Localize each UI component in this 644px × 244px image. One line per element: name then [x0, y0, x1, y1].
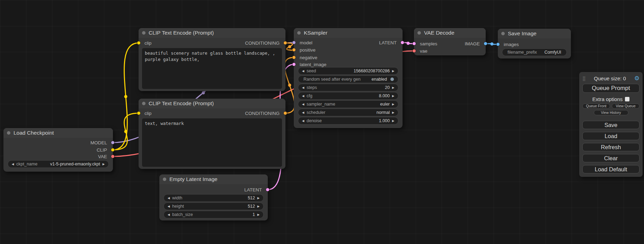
input-slot-vae[interactable]: vae — [414, 47, 486, 54]
queue-front-button[interactable]: Queue Front — [582, 103, 610, 109]
widget-height[interactable]: ◀ height 512 ▶ — [164, 202, 264, 210]
vae-input-dot[interactable] — [412, 49, 416, 53]
refresh-button[interactable]: Refresh — [582, 143, 639, 151]
output-slot-model[interactable]: MODEL — [3, 139, 113, 146]
widget-seed[interactable]: ◀ seed 156680208700286 ▶ — [298, 67, 398, 75]
vae-output-dot[interactable] — [111, 155, 115, 159]
image-output-dot[interactable] — [484, 42, 487, 46]
node-title-bar[interactable]: KSampler — [294, 28, 403, 38]
widget-batch-size[interactable]: ◀ batch_size 1 ▶ — [164, 211, 264, 218]
collapse-dot-icon[interactable] — [501, 32, 505, 35]
decrement-arrow-icon[interactable]: ◀ — [301, 94, 306, 98]
collapse-dot-icon[interactable] — [142, 31, 145, 35]
queue-prompt-button[interactable]: Queue Prompt — [582, 84, 639, 93]
output-slot-vae[interactable]: VAE — [3, 153, 113, 160]
increment-arrow-icon[interactable]: ▶ — [256, 205, 261, 208]
widget-cfg[interactable]: ◀ cfg 8.000 ▶ — [298, 92, 398, 100]
node-save-image[interactable]: Save Image images filename_prefix ComfyU… — [498, 29, 571, 58]
negative-prompt-textarea[interactable]: text, watermark — [142, 118, 282, 167]
extra-options-checkbox[interactable] — [625, 97, 629, 101]
decrement-arrow-icon[interactable]: ◀ — [301, 111, 306, 114]
settings-gear-icon[interactable]: ⚙ — [634, 75, 639, 81]
decrement-arrow-icon[interactable]: ◀ — [166, 213, 171, 216]
node-title-bar[interactable]: Empty Latent Image — [159, 174, 268, 184]
load-default-button[interactable]: Load Default — [582, 165, 639, 173]
node-empty-latent-image[interactable]: Empty Latent Image LATENT ◀ width 512 ▶ … — [159, 174, 268, 220]
negative-input-dot[interactable] — [292, 56, 296, 60]
node-title-bar[interactable]: Save Image — [498, 29, 571, 38]
decrement-arrow-icon[interactable]: ◀ — [10, 163, 15, 166]
input-slot-positive[interactable]: positive — [294, 46, 403, 53]
output-slot-conditioning[interactable]: CONDITIONING — [139, 110, 285, 117]
widget-steps[interactable]: ◀ steps 20 ▶ — [298, 84, 398, 91]
clear-button[interactable]: Clear — [582, 154, 639, 162]
node-title: CLIP Text Encode (Prompt) — [149, 100, 214, 107]
collapse-dot-icon[interactable] — [417, 31, 421, 35]
widget-scheduler[interactable]: ◀ scheduler normal ▶ — [298, 109, 398, 116]
decrement-arrow-icon[interactable]: ◀ — [301, 70, 306, 73]
increment-arrow-icon[interactable]: ▶ — [391, 86, 396, 89]
load-button[interactable]: Load — [582, 132, 639, 140]
input-slot-images[interactable]: images — [498, 41, 571, 48]
conditioning-output-dot[interactable] — [283, 111, 287, 115]
view-queue-button[interactable]: View Queue — [612, 103, 639, 109]
positive-prompt-textarea[interactable]: beautiful scenery nature glass bottle la… — [142, 48, 282, 89]
widget-filename-prefix[interactable]: filename_prefix ComfyUI — [502, 48, 567, 56]
output-slot-latent[interactable]: LATENT — [159, 186, 268, 193]
images-input-dot[interactable] — [496, 43, 500, 46]
node-load-checkpoint[interactable]: Load Checkpoint MODEL CLIP VAE ◀ ckpt_na… — [3, 128, 113, 172]
latent-output-dot[interactable] — [266, 188, 270, 192]
node-title-bar[interactable]: VAE Decode — [414, 28, 486, 38]
node-clip-text-encode-positive[interactable]: CLIP Text Encode (Prompt) clip CONDITION… — [139, 28, 285, 91]
widget-random-seed-toggle[interactable]: Random seed after every gen enabled — [298, 75, 398, 83]
increment-arrow-icon[interactable]: ▶ — [256, 197, 261, 200]
collapse-dot-icon[interactable] — [7, 131, 10, 135]
output-slot-conditioning[interactable]: CONDITIONING — [139, 39, 285, 46]
conditioning-output-dot[interactable] — [283, 41, 287, 45]
widget-width[interactable]: ◀ width 512 ▶ — [164, 194, 264, 202]
decrement-arrow-icon[interactable]: ◀ — [301, 103, 306, 106]
increment-arrow-icon[interactable]: ▶ — [101, 163, 106, 166]
increment-arrow-icon[interactable]: ▶ — [256, 213, 261, 216]
output-slot-clip[interactable]: CLIP — [3, 146, 113, 153]
queue-menu-panel[interactable]: ⣿ Queue size: 0 ⚙ Queue Prompt Extra opt… — [579, 72, 643, 177]
node-clip-text-encode-negative[interactable]: CLIP Text Encode (Prompt) clip CONDITION… — [139, 99, 285, 169]
input-slot-latent-image[interactable]: latent_image — [294, 61, 403, 68]
decrement-arrow-icon[interactable]: ◀ — [166, 205, 171, 208]
save-button[interactable]: Save — [582, 121, 639, 129]
link-midpoint-dot — [124, 95, 127, 98]
increment-arrow-icon[interactable]: ▶ — [391, 70, 396, 73]
drag-handle-icon[interactable]: ⣿ — [582, 76, 586, 81]
node-title-bar[interactable]: CLIP Text Encode (Prompt) — [139, 99, 285, 108]
decrement-arrow-icon[interactable]: ◀ — [166, 197, 171, 200]
output-slot-latent[interactable]: LATENT — [294, 39, 403, 46]
positive-input-dot[interactable] — [292, 48, 296, 52]
node-title: VAE Decode — [424, 30, 455, 36]
input-slot-negative[interactable]: negative — [294, 54, 403, 61]
widget-sampler-name[interactable]: ◀ sampler_name euler ▶ — [298, 100, 398, 108]
decrement-arrow-icon[interactable]: ◀ — [301, 86, 306, 89]
widget-denoise[interactable]: ◀ denoise 1.000 ▶ — [298, 117, 398, 125]
latent-image-input-dot[interactable] — [292, 63, 296, 66]
widget-ckpt-name[interactable]: ◀ ckpt_name v1-5-pruned-emaonly.ckpt ▶ — [8, 160, 109, 168]
clip-output-dot[interactable] — [111, 148, 115, 152]
increment-arrow-icon[interactable]: ▶ — [391, 103, 396, 106]
node-graph-canvas[interactable]: Load Checkpoint MODEL CLIP VAE ◀ ckpt_na… — [0, 0, 644, 244]
output-slot-image[interactable]: IMAGE — [414, 40, 486, 47]
model-output-dot[interactable] — [111, 141, 115, 145]
node-ksampler[interactable]: KSampler model LATENT positive negative … — [294, 28, 403, 128]
queue-size-label: Queue size: 0 — [586, 75, 634, 81]
collapse-dot-icon[interactable] — [142, 102, 145, 105]
toggle-dot-icon[interactable] — [390, 78, 394, 81]
view-history-button[interactable]: View History — [594, 110, 628, 115]
node-title-bar[interactable]: CLIP Text Encode (Prompt) — [139, 28, 285, 38]
collapse-dot-icon[interactable] — [297, 31, 301, 35]
collapse-dot-icon[interactable] — [163, 178, 166, 181]
node-vae-decode[interactable]: VAE Decode samples IMAGE vae — [414, 28, 486, 55]
increment-arrow-icon[interactable]: ▶ — [391, 94, 396, 98]
decrement-arrow-icon[interactable]: ◀ — [301, 119, 306, 123]
increment-arrow-icon[interactable]: ▶ — [391, 119, 396, 123]
node-title-bar[interactable]: Load Checkpoint — [3, 128, 113, 138]
increment-arrow-icon[interactable]: ▶ — [391, 111, 396, 114]
latent-output-dot[interactable] — [400, 41, 404, 45]
